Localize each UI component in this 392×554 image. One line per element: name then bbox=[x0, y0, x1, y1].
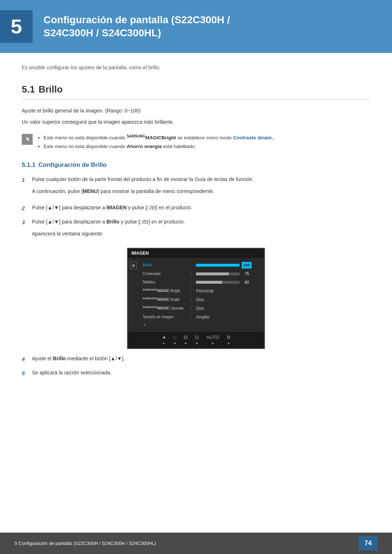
menu-row-magic-bright: SAMSUNGMAGIC Bright : Personal bbox=[143, 287, 261, 295]
chapter-header: 5 Configuración de pantalla (S22C300H / … bbox=[0, 0, 392, 53]
step-4: 4 Ajuste el Brillo mediante el botón [▲/… bbox=[22, 355, 370, 365]
step5-main: Se aplicará la opción seleccionada. bbox=[32, 369, 370, 377]
step4-main: Ajuste el Brillo mediante el botón [▲/▼]… bbox=[32, 355, 370, 362]
main-content: Es posible configurar los ajustes de la … bbox=[0, 64, 392, 405]
monitor-screenshot: IMAGEN ▣ Brillo : 100 bbox=[127, 248, 265, 349]
monitor-bottom-bar: ◄ ▼ □ ▼ ⊟ ▼ ⊡ ▼ AUTO ▼ bbox=[128, 332, 264, 348]
note-item-2: Este menú no está disponible cuando Ahor… bbox=[44, 143, 274, 150]
bottom-btn-enter: ⊟ ▼ bbox=[184, 334, 188, 346]
step-5: 5 Se aplicará la opción seleccionada. bbox=[22, 369, 370, 379]
bottom-btn-minus: □ ▼ bbox=[173, 334, 176, 346]
step1-main: Pulse cualquier botón de la parte fronta… bbox=[32, 176, 370, 183]
step-3: 3 Pulse [▲/▼] para desplazarse a Brillo … bbox=[22, 218, 370, 242]
bottom-btn-auto: AUTO ▼ bbox=[206, 334, 219, 346]
section-desc1: Ajuste el brillo general de la imagen. (… bbox=[22, 107, 370, 115]
step2-main: Pulse [▲/▼] para desplazarse a IMAGEN y … bbox=[32, 204, 370, 212]
menu-row-brillo: Brillo : 100 bbox=[143, 261, 261, 270]
subsection-title: 5.1.1Configuración de Brillo bbox=[22, 160, 370, 170]
chapter-title: Configuración de pantalla (S22C300H / S2… bbox=[44, 13, 230, 40]
menu-row-magic-angle: SAMSUNGMAGIC Angle : Des. bbox=[143, 295, 261, 304]
chapter-number-box: 5 bbox=[0, 10, 33, 43]
bottom-btn-left: ◄ ▼ bbox=[161, 334, 166, 346]
page-footer: 5 Configuración de pantalla (S22C300H / … bbox=[0, 533, 392, 554]
bottom-btn-settings: ⚙ ▼ bbox=[226, 334, 231, 346]
menu-row-contraste: Contraste : 75 bbox=[143, 270, 261, 278]
menu-row-nitidez: Nitidez : 60 bbox=[143, 278, 261, 286]
note-box: ✎ Este menú no está disponible cuando SA… bbox=[22, 133, 370, 152]
chapter-number: 5 bbox=[11, 16, 22, 37]
chapter-description: Es posible configurar los ajustes de la … bbox=[22, 64, 370, 71]
step-2: 2 Pulse [▲/▼] para desplazarse a IMAGEN … bbox=[22, 204, 370, 214]
menu-row-magic-upscale: SAMSUNGMAGIC Upscale : Des. bbox=[143, 304, 261, 313]
monitor-menu: Brillo : 100 Contraste : bbox=[139, 258, 264, 331]
section-number: 5.1 bbox=[22, 84, 35, 95]
note-content: Este menú no está disponible cuando SAMS… bbox=[37, 133, 274, 152]
section-title: 5.1Brillo bbox=[22, 82, 370, 100]
note-item-1: Este menú no está disponible cuando SAMS… bbox=[44, 133, 274, 141]
section-desc2: Un valor superior conseguirá que la imag… bbox=[22, 118, 370, 126]
menu-row-tamano: Tamaño de imagen : Amplio bbox=[143, 313, 261, 321]
monitor-left-icon: ▣ bbox=[128, 258, 139, 331]
monitor-title: IMAGEN bbox=[128, 249, 264, 258]
page-number: 74 bbox=[359, 536, 377, 550]
more-indicator: ▼ bbox=[143, 321, 261, 328]
bottom-btn-menu: ⊡ ▼ bbox=[195, 334, 199, 346]
note-icon: ✎ bbox=[22, 134, 33, 145]
section-51: 5.1Brillo Ajuste el brillo general de la… bbox=[22, 82, 370, 379]
step1-sub: A continuación, pulse [MENU] para mostra… bbox=[32, 185, 370, 197]
step-1: 1 Pulse cualquier botón de la parte fron… bbox=[22, 176, 370, 200]
step3-sub: Aparecerá la ventana siguiente. bbox=[32, 228, 370, 240]
footer-text: 5 Configuración de pantalla (S22C300H / … bbox=[15, 540, 156, 547]
step3-main: Pulse [▲/▼] para desplazarse a Brillo y … bbox=[32, 218, 370, 226]
